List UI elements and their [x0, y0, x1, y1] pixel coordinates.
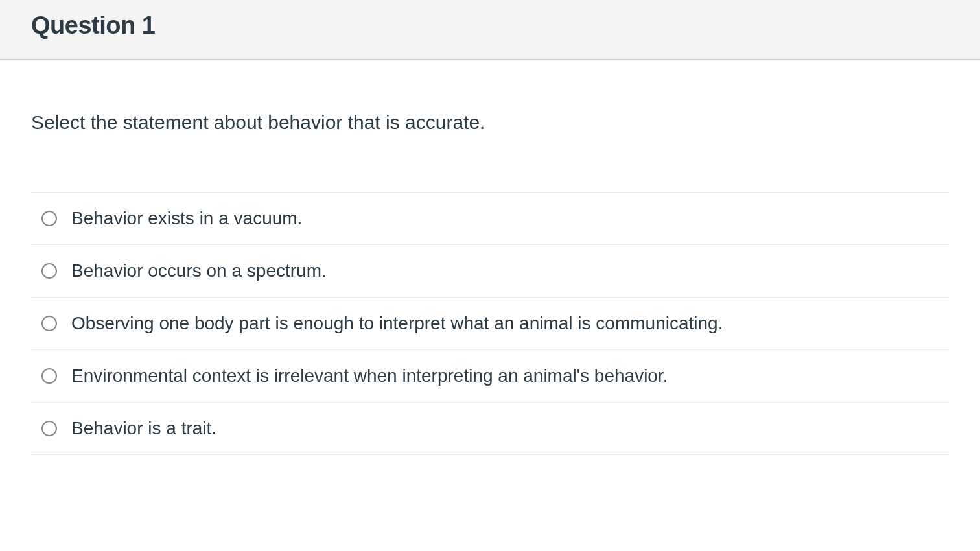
options-list: Behavior exists in a vacuum. Behavior oc…	[31, 192, 949, 455]
question-header: Question 1	[0, 0, 980, 60]
option-row[interactable]: Environmental context is irrelevant when…	[31, 350, 949, 403]
question-prompt: Select the statement about behavior that…	[31, 111, 949, 134]
option-row[interactable]: Observing one body part is enough to int…	[31, 298, 949, 350]
option-label: Behavior is a trait.	[71, 418, 216, 439]
radio-icon[interactable]	[41, 368, 57, 384]
option-row[interactable]: Behavior is a trait.	[31, 403, 949, 455]
radio-icon[interactable]	[41, 211, 57, 226]
question-content: Select the statement about behavior that…	[0, 60, 980, 455]
option-label: Behavior exists in a vacuum.	[71, 208, 302, 229]
radio-icon[interactable]	[41, 316, 57, 331]
option-label: Observing one body part is enough to int…	[71, 313, 723, 334]
option-row[interactable]: Behavior exists in a vacuum.	[31, 193, 949, 245]
radio-icon[interactable]	[41, 421, 57, 436]
option-label: Behavior occurs on a spectrum.	[71, 261, 327, 281]
radio-icon[interactable]	[41, 263, 57, 279]
question-title: Question 1	[31, 12, 949, 40]
option-row[interactable]: Behavior occurs on a spectrum.	[31, 245, 949, 298]
option-label: Environmental context is irrelevant when…	[71, 366, 668, 386]
